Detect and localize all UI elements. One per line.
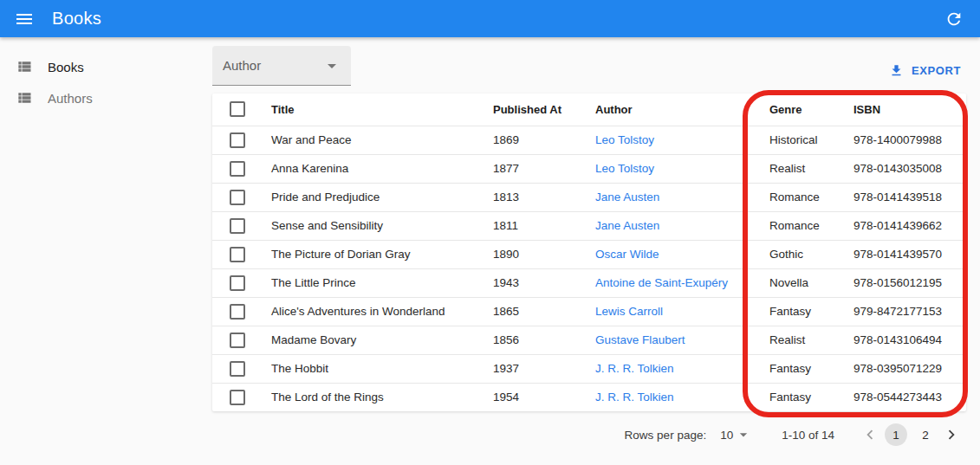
cell-title: Pride and Predjudice	[261, 183, 493, 211]
sidebar-item-label: Authors	[48, 91, 93, 106]
cell-published-at: 1869	[493, 126, 595, 154]
cell-genre: Romance	[769, 183, 853, 211]
cell-title: The Picture of Dorian Gray	[261, 240, 493, 268]
cell-isbn: 978-0141439662	[853, 211, 966, 240]
cell-published-at: 1865	[493, 297, 595, 326]
books-table-card: Title Published At Author Genre ISBN War…	[212, 94, 966, 411]
cell-isbn: 978-0395071229	[853, 354, 966, 383]
cell-published-at: 1811	[493, 211, 595, 240]
cell-title: Madame Bovary	[261, 326, 493, 354]
cell-published-at: 1813	[493, 183, 595, 211]
page-title: Books	[52, 9, 101, 29]
cell-published-at: 1954	[493, 383, 595, 411]
author-link[interactable]: Antoine de Saint-Exupéry	[595, 276, 728, 289]
cell-genre: Novella	[769, 268, 853, 297]
cell-genre: Gothic	[769, 240, 853, 268]
table-row[interactable]: Anna Karenina 1877 Leo Tolstoy Realist 9…	[212, 154, 966, 183]
table-body: War and Peace 1869 Leo Tolstoy Historica…	[212, 126, 966, 411]
row-checkbox[interactable]	[230, 275, 245, 291]
app-bar: Books	[0, 0, 980, 37]
cell-title: Alice's Adventures in Wonderland	[261, 297, 493, 326]
refresh-icon[interactable]	[942, 7, 966, 31]
sidebar-item-books[interactable]: Books	[0, 51, 212, 82]
table-row[interactable]: The Little Prince 1943 Antoine de Saint-…	[212, 268, 966, 297]
export-button-label: EXPORT	[912, 64, 961, 77]
export-button[interactable]: EXPORT	[884, 60, 966, 81]
column-header-isbn[interactable]: ISBN	[853, 94, 966, 126]
books-table: Title Published At Author Genre ISBN War…	[212, 94, 966, 411]
rows-per-page-select[interactable]: 10	[720, 426, 752, 443]
row-checkbox[interactable]	[230, 218, 245, 234]
author-link[interactable]: Lewis Carroll	[595, 305, 663, 318]
author-link[interactable]: Leo Tolstoy	[595, 162, 654, 175]
cell-isbn: 978-0141439518	[853, 183, 966, 211]
cell-genre: Fantasy	[769, 354, 853, 383]
table-row[interactable]: War and Peace 1869 Leo Tolstoy Historica…	[212, 126, 966, 154]
chevron-down-icon	[321, 55, 342, 76]
cell-published-at: 1856	[493, 326, 595, 354]
rows-per-page-label: Rows per page:	[625, 429, 707, 442]
hamburger-menu-icon[interactable]	[12, 7, 36, 31]
cell-isbn: 978-0156012195	[853, 268, 966, 297]
row-checkbox[interactable]	[230, 333, 245, 348]
cell-isbn: 979-8472177153	[853, 297, 966, 326]
list-icon	[16, 89, 33, 107]
table-row[interactable]: Pride and Predjudice 1813 Jane Austen Ro…	[212, 183, 966, 211]
author-link[interactable]: Jane Austen	[595, 191, 659, 203]
column-header-genre[interactable]: Genre	[769, 94, 853, 126]
prev-page-button[interactable]	[859, 423, 881, 446]
row-checkbox[interactable]	[230, 361, 245, 377]
author-link[interactable]: Jane Austen	[595, 219, 659, 232]
author-link[interactable]: Gustave Flaubert	[595, 333, 685, 346]
table-row[interactable]: Sense and Sensibility 1811 Jane Austen R…	[212, 211, 966, 240]
page-button-1[interactable]: 1	[885, 423, 907, 446]
rows-per-page-value: 10	[720, 429, 733, 442]
sidebar: Books Authors	[0, 37, 212, 453]
list-toolbar: Author EXPORT	[212, 46, 966, 86]
chevron-left-icon	[860, 425, 879, 444]
cell-title: The Lord of the Rings	[261, 383, 493, 411]
pagination-range: 1-10 of 14	[782, 429, 834, 442]
cell-isbn: 978-0143035008	[853, 154, 966, 183]
column-header-published-at[interactable]: Published At	[493, 94, 595, 126]
cell-genre: Romance	[769, 211, 853, 240]
select-all-checkbox[interactable]	[230, 101, 245, 117]
author-filter-select[interactable]: Author	[212, 46, 351, 86]
page-button-2[interactable]: 2	[914, 423, 937, 446]
author-link[interactable]: J. R. R. Tolkien	[595, 391, 674, 404]
cell-published-at: 1943	[493, 268, 595, 297]
table-row[interactable]: The Picture of Dorian Gray 1890 Oscar Wi…	[212, 240, 966, 268]
table-row[interactable]: The Lord of the Rings 1954 J. R. R. Tolk…	[212, 383, 966, 411]
chevron-right-icon	[942, 425, 961, 444]
table-row[interactable]: The Hobbit 1937 J. R. R. Tolkien Fantasy…	[212, 354, 966, 383]
author-link[interactable]: J. R. R. Tolkien	[595, 362, 674, 375]
cell-genre: Historical	[769, 126, 853, 154]
list-icon	[16, 58, 33, 75]
table-row[interactable]: Madame Bovary 1856 Gustave Flaubert Real…	[212, 326, 966, 354]
cell-genre: Realist	[769, 326, 853, 354]
cell-title: The Little Prince	[261, 268, 493, 297]
author-link[interactable]: Oscar Wilde	[595, 248, 659, 261]
row-checkbox[interactable]	[230, 390, 245, 405]
pagination-bar: Rows per page: 10 1-10 of 14 1 2	[212, 417, 966, 453]
column-header-author[interactable]: Author	[595, 94, 769, 126]
cell-published-at: 1890	[493, 240, 595, 268]
row-checkbox[interactable]	[230, 247, 245, 262]
row-checkbox[interactable]	[230, 190, 245, 205]
main-content: Author EXPORT Title	[212, 37, 980, 453]
next-page-button[interactable]	[940, 423, 963, 446]
cell-isbn: 978-0544273443	[853, 383, 966, 411]
column-header-title[interactable]: Title	[261, 94, 493, 126]
row-checkbox[interactable]	[230, 132, 245, 148]
sidebar-item-authors[interactable]: Authors	[0, 82, 212, 113]
table-header-row: Title Published At Author Genre ISBN	[212, 94, 966, 126]
row-checkbox[interactable]	[230, 161, 245, 177]
author-link[interactable]: Leo Tolstoy	[595, 133, 654, 146]
row-checkbox[interactable]	[230, 304, 245, 320]
cell-isbn: 978-1400079988	[853, 126, 966, 154]
cell-published-at: 1877	[493, 154, 595, 183]
cell-published-at: 1937	[493, 354, 595, 383]
table-row[interactable]: Alice's Adventures in Wonderland 1865 Le…	[212, 297, 966, 326]
cell-title: Anna Karenina	[261, 154, 493, 183]
cell-title: The Hobbit	[261, 354, 493, 383]
